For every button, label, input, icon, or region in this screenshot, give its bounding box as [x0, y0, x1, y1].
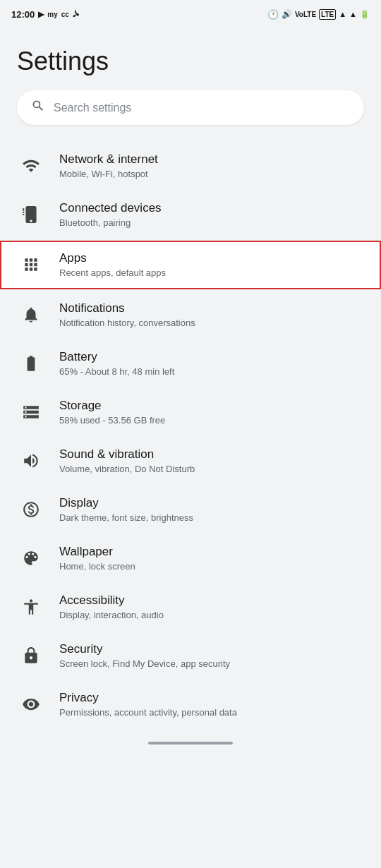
battery-text: Battery 65% - About 8 hr, 48 min left: [59, 349, 364, 378]
notifications-icon: [17, 301, 45, 329]
network-text: Network & internet Mobile, Wi-Fi, hotspo…: [59, 152, 364, 181]
privacy-subtitle: Permissions, account activity, personal …: [59, 707, 364, 719]
scroll-indicator: [148, 742, 233, 745]
accessibility-title: Accessibility: [59, 593, 364, 608]
my-icon: my: [47, 11, 57, 18]
settings-item-network[interactable]: Network & internet Mobile, Wi-Fi, hotspo…: [0, 142, 381, 191]
security-icon: [17, 641, 45, 670]
connected-devices-text: Connected devices Bluetooth, pairing: [59, 200, 364, 229]
battery-title: Battery: [59, 349, 364, 365]
network-title: Network & internet: [59, 152, 364, 167]
wallpaper-title: Wallpaper: [59, 544, 364, 560]
connected-devices-icon: [17, 200, 45, 229]
display-title: Display: [59, 495, 364, 511]
battery-icon: 🔋: [360, 10, 370, 19]
storage-text: Storage 58% used - 53.56 GB free: [59, 398, 364, 427]
notifications-text: Notifications Notification history, conv…: [59, 301, 364, 330]
storage-subtitle: 58% used - 53.56 GB free: [59, 415, 364, 427]
cc-icon: cc: [61, 11, 69, 18]
search-bar[interactable]: Search settings: [17, 90, 364, 125]
settings-item-battery[interactable]: Battery 65% - About 8 hr, 48 min left: [0, 339, 381, 388]
network-subtitle: Mobile, Wi-Fi, hotspot: [59, 169, 364, 181]
settings-item-wallpaper[interactable]: Wallpaper Home, lock screen: [0, 534, 381, 583]
settings-item-connected-devices[interactable]: Connected devices Bluetooth, pairing: [0, 191, 381, 239]
sound-icon: [17, 447, 45, 475]
privacy-icon: [17, 690, 45, 718]
settings-item-accessibility[interactable]: Accessibility Display, interaction, audi…: [0, 583, 381, 632]
security-subtitle: Screen lock, Find My Device, app securit…: [59, 658, 364, 670]
notifications-subtitle: Notification history, conversations: [59, 318, 364, 330]
status-left: 12:00 ▶ my cc 𝅘𝅥𝅮 ●: [11, 9, 80, 20]
security-text: Security Screen lock, Find My Device, ap…: [59, 641, 364, 670]
settings-item-privacy[interactable]: Privacy Permissions, account activity, p…: [0, 680, 381, 729]
battery-settings-icon: [17, 349, 45, 378]
signal-icon: ▲: [339, 10, 346, 18]
apps-text: Apps Recent apps, default apps: [59, 251, 364, 279]
search-input-placeholder: Search settings: [54, 102, 131, 114]
sound-text: Sound & vibration Volume, vibration, Do …: [59, 447, 364, 476]
settings-list: Network & internet Mobile, Wi-Fi, hotspo…: [0, 136, 381, 735]
settings-item-storage[interactable]: Storage 58% used - 53.56 GB free: [0, 388, 381, 437]
apps-subtitle: Recent apps, default apps: [59, 267, 364, 279]
storage-icon: [17, 398, 45, 426]
storage-title: Storage: [59, 398, 364, 414]
wallpaper-icon: [17, 544, 45, 572]
settings-item-apps[interactable]: Apps Recent apps, default apps: [0, 241, 381, 289]
notifications-title: Notifications: [59, 301, 364, 316]
settings-item-notifications[interactable]: Notifications Notification history, conv…: [0, 291, 381, 339]
wallpaper-text: Wallpaper Home, lock screen: [59, 544, 364, 573]
header-section: Settings Search settings: [0, 25, 381, 136]
volume-icon: 🔊: [282, 9, 292, 19]
privacy-text: Privacy Permissions, account activity, p…: [59, 690, 364, 719]
vowifi-icon: VoLTE: [295, 11, 316, 18]
security-title: Security: [59, 641, 364, 657]
connected-devices-subtitle: Bluetooth, pairing: [59, 217, 364, 229]
youtube-icon: ▶: [38, 10, 44, 19]
page-title: Settings: [17, 47, 364, 76]
settings-item-sound[interactable]: Sound & vibration Volume, vibration, Do …: [0, 437, 381, 486]
wifi-icon: ▲: [349, 10, 357, 18]
battery-subtitle: 65% - About 8 hr, 48 min left: [59, 366, 364, 378]
sound-subtitle: Volume, vibration, Do Not Disturb: [59, 464, 364, 476]
apps-icon: [17, 251, 45, 279]
apps-title: Apps: [59, 251, 364, 266]
settings-item-security[interactable]: Security Screen lock, Find My Device, ap…: [0, 632, 381, 680]
accessibility-text: Accessibility Display, interaction, audi…: [59, 593, 364, 622]
alarm-icon: 🕐: [267, 9, 279, 20]
wallpaper-subtitle: Home, lock screen: [59, 561, 364, 573]
network-icon: [17, 152, 45, 180]
accessibility-icon: [17, 593, 45, 621]
dot-icon: ●: [76, 11, 80, 18]
display-subtitle: Dark theme, font size, brightness: [59, 512, 364, 524]
display-text: Display Dark theme, font size, brightnes…: [59, 495, 364, 524]
accessibility-subtitle: Display, interaction, audio: [59, 610, 364, 622]
status-right: 🕐 🔊 VoLTE LTE ▲ ▲ 🔋: [267, 9, 370, 20]
sound-title: Sound & vibration: [59, 447, 364, 462]
time-display: 12:00: [11, 9, 35, 20]
display-icon: [17, 495, 45, 524]
lte-icon: LTE: [319, 9, 336, 20]
connected-devices-title: Connected devices: [59, 200, 364, 216]
status-bar: 12:00 ▶ my cc 𝅘𝅥𝅮 ● 🕐 🔊 VoLTE LTE ▲ ▲ 🔋: [0, 0, 381, 25]
settings-item-display[interactable]: Display Dark theme, font size, brightnes…: [0, 486, 381, 534]
search-icon: [31, 99, 45, 116]
privacy-title: Privacy: [59, 690, 364, 706]
